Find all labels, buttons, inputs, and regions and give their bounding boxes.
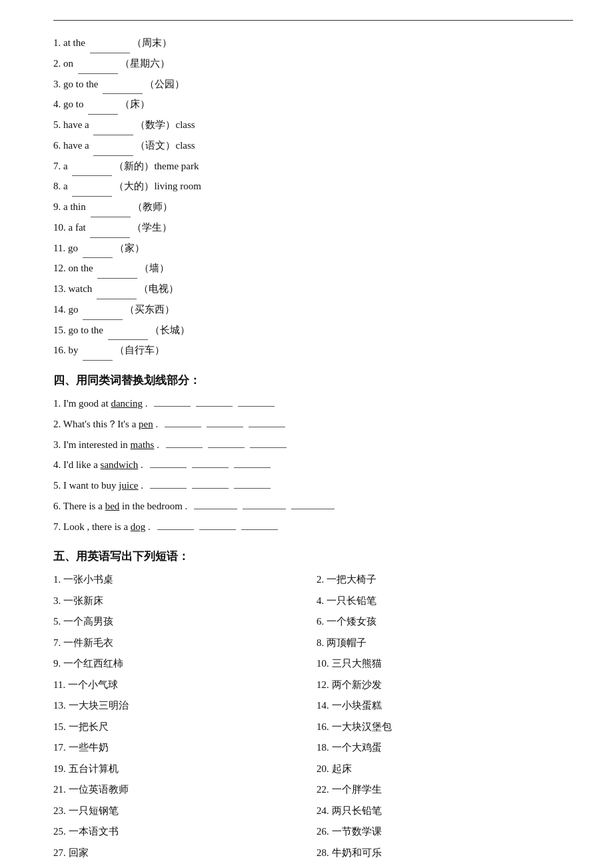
vocab-27: 27. 回家 <box>53 843 310 864</box>
underline-sandwich: sandwich <box>101 459 139 470</box>
vocab-2: 2. 一把大椅子 <box>316 569 573 591</box>
item-9: 9. a thin （教师） <box>53 197 573 217</box>
vocab-grid: 1. 一张小书桌 2. 一把大椅子 3. 一张新床 4. 一只长铅笔 5. 一个… <box>53 569 573 868</box>
vocab-18: 18. 一个大鸡蛋 <box>316 737 573 759</box>
underline-maths: maths <box>131 439 155 450</box>
vocab-28: 28. 牛奶和可乐 <box>316 843 573 864</box>
blanks-2 <box>165 427 285 427</box>
blanks-7 <box>157 529 278 530</box>
blank-16 <box>83 360 113 361</box>
vocab-10: 10. 三只大熊猫 <box>316 653 573 675</box>
vocab-1: 1. 一张小书桌 <box>53 569 310 591</box>
vocab-22: 22. 一个胖学生 <box>316 779 573 801</box>
vocab-11: 11. 一个小气球 <box>53 675 310 696</box>
item-2: 2. on （星期六） <box>53 53 573 74</box>
vocab-9: 9. 一个红西红柿 <box>53 653 310 675</box>
underline-dancing: dancing <box>111 398 142 409</box>
vocab-12: 12. 两个新沙发 <box>316 675 573 696</box>
blanks-6 <box>194 509 334 509</box>
section3: 1. at the （周末） 2. on （星期六） 3. go to the … <box>53 33 573 361</box>
vocab-14: 14. 一小块蛋糕 <box>316 695 573 717</box>
section4-title: 四、用同类词替换划线部分： <box>53 373 573 388</box>
top-divider <box>53 20 573 21</box>
vocab-16: 16. 一大块汉堡包 <box>316 717 573 738</box>
vocab-13: 13. 一大块三明治 <box>53 695 310 717</box>
vocab-30: 30. 一些面包 <box>316 863 573 868</box>
underline-dog: dog <box>131 521 146 532</box>
underline-juice: juice <box>119 480 138 491</box>
item-4: 4. go to （床） <box>53 94 573 115</box>
s4-item-1: 1. I'm good at dancing . <box>53 393 573 414</box>
s4-item-7: 7. Look , there is a dog . <box>53 517 573 537</box>
item-3: 3. go to the （公园） <box>53 74 573 95</box>
item-5: 5. have a （数学）class <box>53 115 573 135</box>
vocab-15: 15. 一把长尺 <box>53 717 310 738</box>
item-1: 1. at the （周末） <box>53 33 573 53</box>
section5-title: 五、用英语写出下列短语： <box>53 549 573 564</box>
item-8: 8. a （大的）living room <box>53 176 573 197</box>
vocab-6: 6. 一个矮女孩 <box>316 611 573 633</box>
vocab-21: 21. 一位英语教师 <box>53 779 310 801</box>
s4-item-5: 5. I want to buy juice . <box>53 475 573 496</box>
vocab-23: 23. 一只短钢笔 <box>53 801 310 822</box>
vocab-8: 8. 两顶帽子 <box>316 633 573 654</box>
underline-bed: bed <box>105 501 120 511</box>
vocab-25: 25. 一本语文书 <box>53 821 310 843</box>
vocab-19: 19. 五台计算机 <box>53 759 310 780</box>
item-6: 6. have a （语文）class <box>53 135 573 156</box>
underline-pen: pen <box>139 419 153 429</box>
s4-item-2: 2. What's this？It's a pen . <box>53 414 573 435</box>
item-12: 12. on the （墙） <box>53 258 573 279</box>
vocab-7: 7. 一件新毛衣 <box>53 633 310 654</box>
item-10: 10. a fat （学生） <box>53 217 573 238</box>
item-13: 13. watch （电视） <box>53 279 573 299</box>
item-15: 15. go to the （长城） <box>53 320 573 341</box>
vocab-4: 4. 一只长铅笔 <box>316 591 573 612</box>
vocab-26: 26. 一节数学课 <box>316 821 573 843</box>
vocab-3: 3. 一张新床 <box>53 591 310 612</box>
blanks-3 <box>166 447 287 448</box>
item-11: 11. go （家） <box>53 238 573 259</box>
s4-item-4: 4. I'd like a sandwich . <box>53 455 573 475</box>
blanks-4 <box>150 467 271 468</box>
vocab-17: 17. 一些牛奶 <box>53 737 310 759</box>
s4-item-3: 3. I'm interested in maths . <box>53 435 573 455</box>
item-14: 14. go （买东西） <box>53 299 573 320</box>
section4: 四、用同类词替换划线部分： 1. I'm good at dancing . 2… <box>53 373 573 537</box>
section5: 五、用英语写出下列短语： 1. 一张小书桌 2. 一把大椅子 3. 一张新床 4… <box>53 549 573 868</box>
blanks-1 <box>154 406 275 407</box>
vocab-29: 29. 美术和音乐 <box>53 863 310 868</box>
vocab-24: 24. 两只长铅笔 <box>316 801 573 822</box>
vocab-5: 5. 一个高男孩 <box>53 611 310 633</box>
item-16: 16. by （自行车） <box>53 340 573 361</box>
vocab-20: 20. 起床 <box>316 759 573 780</box>
item-7: 7. a （新的）theme park <box>53 156 573 177</box>
s4-item-6: 6. There is a bed in the bedroom . <box>53 496 573 517</box>
blanks-5 <box>150 488 271 489</box>
